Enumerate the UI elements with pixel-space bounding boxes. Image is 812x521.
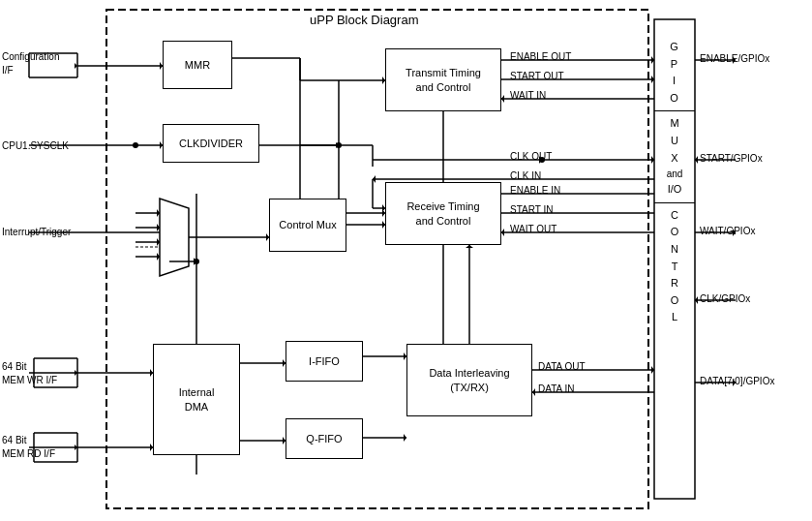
i-fifo-block: I-FIFO: [286, 341, 363, 382]
svg-marker-67: [194, 258, 196, 265]
interrupt-trigger-label: Interrupt/Trigger: [2, 227, 71, 237]
svg-marker-58: [501, 95, 504, 103]
clk-in-label: CLK IN: [510, 170, 541, 181]
upp-label: uPP Block Diagram: [310, 13, 418, 27]
svg-marker-102: [695, 156, 698, 164]
svg-point-18: [133, 142, 138, 148]
svg-marker-52: [501, 229, 504, 236]
mmr-label: MMR: [185, 58, 210, 72]
svg-marker-98: [75, 444, 77, 450]
data-out-label: DATA OUT: [538, 361, 586, 372]
gpio-mux: MUX: [670, 115, 678, 167]
start-out-label: START OUT: [510, 71, 564, 81]
clk-out-label: CLK OUT: [510, 151, 552, 162]
gpio-control: CONTROL: [671, 207, 679, 326]
mem-wr-label: 64 BitMEM WR I/F: [2, 360, 57, 387]
svg-marker-37: [157, 224, 160, 231]
cpu-sysclk-label: CPU1.SYSCLK: [2, 140, 69, 151]
gpio-and: and: [667, 169, 683, 179]
transmit-timing-label: Transmit Timingand Control: [406, 66, 481, 94]
diagram: MMR CLKDIVIDER Control Mux Transmit Timi…: [0, 0, 812, 521]
receive-timing-label: Receive Timingand Control: [406, 199, 479, 228]
data-gpio-label: DATA[7:0]/GPIOx: [700, 376, 774, 386]
wait-gpio-label: WAIT/GPIOx: [700, 226, 755, 236]
internal-dma-label: InternalDMA: [179, 385, 215, 414]
data-in-label: DATA IN: [538, 383, 574, 394]
svg-marker-41: [157, 253, 160, 260]
data-interleaving-label: Data Interleaving(TX/RX): [429, 366, 509, 394]
control-mux-label: Control Mux: [279, 218, 336, 231]
control-mux-block: Control Mux: [269, 199, 346, 252]
q-fifo-block: Q-FIFO: [286, 418, 363, 459]
svg-marker-80: [404, 434, 406, 442]
clk-gpio-label: CLK/GPIOx: [700, 293, 750, 304]
start-gpio-label: START/GPIOx: [700, 153, 763, 164]
config-if-label: ConfigurationI/F: [2, 50, 59, 77]
svg-point-61: [336, 142, 342, 148]
gpio-g: GPIO: [670, 39, 679, 107]
wait-out-label: WAIT OUT: [510, 224, 556, 234]
svg-marker-32: [171, 229, 174, 236]
clkdivider-label: CLKDIVIDER: [179, 137, 243, 150]
i-fifo-label: I-FIFO: [309, 354, 340, 368]
mem-rd-label: 64 BitMEM RD I/F: [2, 434, 55, 461]
svg-marker-91: [75, 370, 77, 376]
svg-marker-8: [75, 63, 77, 69]
svg-marker-27: [373, 175, 376, 183]
enable-out-label: ENABLE OUT: [510, 51, 571, 62]
svg-point-68: [194, 259, 199, 264]
receive-timing-block: Receive Timingand Control: [385, 182, 501, 245]
svg-marker-84: [532, 388, 535, 396]
data-interleaving-block: Data Interleaving(TX/RX): [406, 344, 532, 416]
wait-in-label: WAIT IN: [510, 90, 546, 101]
gpio-io: I/O: [668, 181, 682, 199]
internal-dma-block: InternalDMA: [153, 344, 240, 455]
svg-marker-106: [695, 296, 698, 304]
enable-in-label: ENABLE IN: [510, 185, 560, 196]
clkdivider-block: CLKDIVIDER: [163, 124, 259, 163]
svg-marker-35: [157, 209, 160, 217]
svg-marker-113: [466, 245, 473, 248]
svg-marker-33: [160, 199, 189, 276]
start-in-label: START IN: [510, 204, 553, 215]
svg-marker-39: [157, 238, 160, 246]
mmr-block: MMR: [163, 41, 232, 89]
svg-marker-62: [336, 142, 339, 148]
transmit-timing-block: Transmit Timingand Control: [385, 48, 501, 111]
enable-gpio-label: ENABLE/GPIOx: [700, 53, 769, 64]
q-fifo-label: Q-FIFO: [306, 432, 342, 445]
